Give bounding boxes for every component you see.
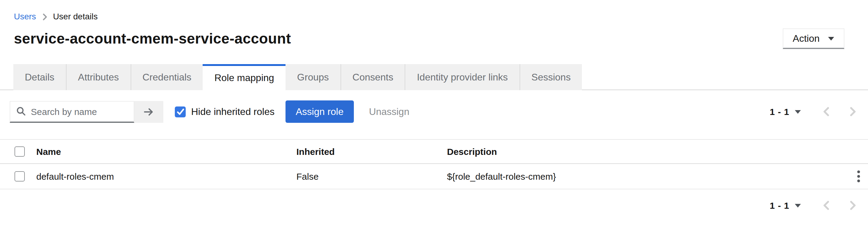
pagination-bottom: 1 - 1 <box>770 200 857 211</box>
tab-sessions[interactable]: Sessions <box>519 64 582 90</box>
pagination-range: 1 - 1 <box>770 200 789 211</box>
tab-attributes[interactable]: Attributes <box>66 64 130 90</box>
table-header-row: Name Inherited Description <box>0 139 868 164</box>
next-page-button[interactable] <box>849 107 857 117</box>
tab-credentials[interactable]: Credentials <box>130 64 203 90</box>
search-submit-button[interactable] <box>134 101 163 122</box>
tab-consents[interactable]: Consents <box>340 64 405 90</box>
row-inherited: False <box>297 171 447 181</box>
previous-page-button[interactable] <box>823 200 830 211</box>
caret-down-icon <box>828 37 834 40</box>
table-row: default-roles-cmem False ${role_default-… <box>0 164 868 189</box>
caret-down-icon <box>795 110 801 114</box>
tab-details[interactable]: Details <box>13 64 66 90</box>
role-mapping-toolbar: Hide inherited roles Assign role Unassig… <box>0 100 868 123</box>
pagination-menu-toggle[interactable]: 1 - 1 <box>770 200 801 211</box>
action-dropdown-label: Action <box>793 33 819 44</box>
chevron-right-icon <box>849 107 857 117</box>
role-mapping-table: Name Inherited Description default-roles… <box>0 139 868 189</box>
select-all-checkbox[interactable] <box>14 146 25 157</box>
column-header-inherited: Inherited <box>297 146 447 157</box>
column-header-description: Description <box>447 146 834 157</box>
chevron-right-icon <box>849 200 857 211</box>
tab-groups[interactable]: Groups <box>285 64 340 90</box>
tab-role-mapping[interactable]: Role mapping <box>203 64 285 91</box>
unassign-button[interactable]: Unassign <box>369 106 409 117</box>
action-dropdown-button[interactable]: Action <box>782 28 844 49</box>
row-kebab-button[interactable] <box>849 167 868 186</box>
pagination-top: 1 - 1 <box>770 107 857 117</box>
tab-strip: Details Attributes Credentials Role mapp… <box>0 64 868 90</box>
role-mapping-page: Users User details service-account-cmem-… <box>0 0 868 242</box>
hide-inherited-checkbox[interactable] <box>175 106 186 117</box>
pagination-menu-toggle[interactable]: 1 - 1 <box>770 107 801 117</box>
assign-role-button[interactable]: Assign role <box>285 100 354 123</box>
chevron-left-icon <box>823 107 830 117</box>
pagination-bottom-row: 1 - 1 <box>0 200 868 211</box>
page-header: service-account-cmem-service-account Act… <box>0 21 868 49</box>
next-page-button[interactable] <box>849 200 857 211</box>
check-icon <box>176 108 184 115</box>
row-description: ${role_default-roles-cmem} <box>447 171 834 181</box>
hide-inherited-group: Hide inherited roles <box>175 106 275 117</box>
arrow-right-icon <box>143 107 154 117</box>
search-icon <box>16 107 26 116</box>
breadcrumb-current: User details <box>53 11 98 21</box>
tab-identity-provider-links[interactable]: Identity provider links <box>405 64 519 90</box>
chevron-left-icon <box>823 200 830 211</box>
pagination-range: 1 - 1 <box>770 107 789 117</box>
page-title: service-account-cmem-service-account <box>14 30 291 47</box>
search-group <box>10 101 163 122</box>
row-checkbox[interactable] <box>14 171 25 181</box>
search-input[interactable] <box>31 106 128 117</box>
breadcrumb-users-link[interactable]: Users <box>14 11 36 21</box>
breadcrumb-chevron-icon <box>42 13 47 20</box>
kebab-icon <box>857 170 860 183</box>
caret-down-icon <box>795 204 801 207</box>
search-box <box>10 101 134 122</box>
column-header-name: Name <box>36 146 297 157</box>
row-name: default-roles-cmem <box>36 171 297 181</box>
breadcrumb: Users User details <box>0 0 868 21</box>
previous-page-button[interactable] <box>823 107 830 117</box>
hide-inherited-label: Hide inherited roles <box>191 106 275 117</box>
